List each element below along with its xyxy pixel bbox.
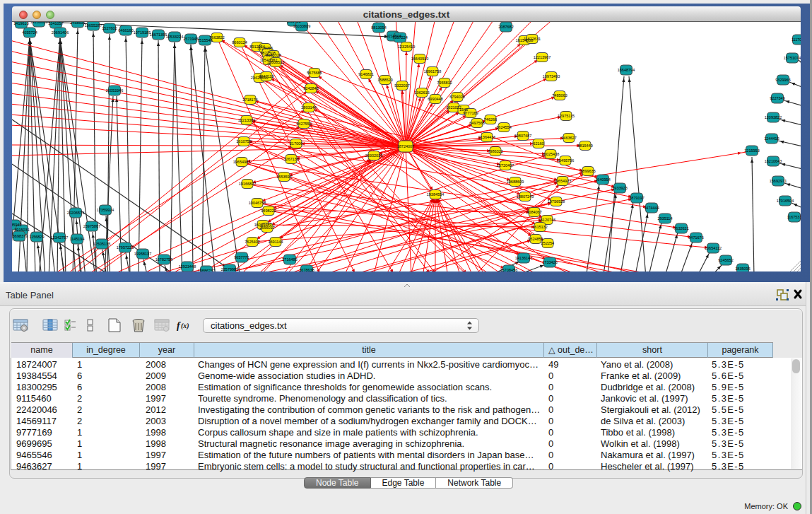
svg-text:10655287: 10655287: [85, 23, 102, 28]
svg-text:7663822: 7663822: [209, 35, 224, 40]
svg-text:23579989: 23579989: [221, 267, 238, 271]
svg-text:16648794: 16648794: [618, 68, 635, 72]
svg-text:10025438: 10025438: [542, 152, 559, 156]
svg-text:15751074: 15751074: [784, 56, 801, 60]
svg-text:19756928: 19756928: [548, 199, 565, 204]
svg-text:8660124: 8660124: [232, 40, 247, 45]
svg-text:9242848: 9242848: [303, 86, 318, 90]
svg-text:7485063: 7485063: [552, 93, 567, 98]
svg-text:5675685: 5675685: [307, 71, 322, 75]
svg-text:16782759: 16782759: [155, 257, 172, 262]
svg-text:17016504: 17016504: [777, 199, 794, 203]
svg-text:7625402: 7625402: [245, 240, 259, 244]
svg-text:19654923: 19654923: [554, 179, 571, 183]
svg-text:12213369: 12213369: [238, 118, 255, 122]
svg-text:7632621: 7632621: [673, 226, 688, 230]
svg-text:9227349: 9227349: [770, 96, 784, 100]
svg-text:8471676: 8471676: [688, 235, 703, 240]
svg-text:7986322: 7986322: [488, 149, 502, 153]
svg-text:62160: 62160: [533, 141, 543, 146]
svg-text:17957225: 17957225: [117, 245, 134, 250]
svg-text:1167533: 1167533: [787, 215, 801, 219]
svg-text:12325419: 12325419: [398, 45, 415, 49]
svg-text:8813054: 8813054: [371, 25, 386, 30]
svg-text:(x): (x): [181, 322, 189, 330]
svg-text:3624554: 3624554: [496, 125, 511, 129]
svg-text:6497568: 6497568: [469, 121, 484, 125]
svg-text:15708456: 15708456: [500, 268, 517, 271]
svg-text:6899635: 6899635: [580, 169, 595, 173]
svg-text:2556017: 2556017: [259, 226, 274, 230]
svg-text:9084067: 9084067: [526, 210, 541, 214]
svg-text:20691406: 20691406: [52, 30, 69, 35]
svg-text:18807249: 18807249: [517, 194, 534, 199]
svg-text:252254: 252254: [541, 241, 554, 245]
svg-text:9498222: 9498222: [261, 209, 276, 213]
svg-text:3215953: 3215953: [744, 148, 759, 153]
svg-text:10807487: 10807487: [514, 134, 531, 138]
svg-text:10688609: 10688609: [507, 180, 524, 184]
svg-text:13698379: 13698379: [12, 234, 28, 238]
svg-text:1615132: 1615132: [532, 225, 547, 229]
svg-text:15692971: 15692971: [770, 179, 787, 183]
svg-text:16033809: 16033809: [293, 24, 310, 28]
svg-text:19384554: 19384554: [427, 192, 444, 197]
svg-text:9427552: 9427552: [296, 122, 311, 126]
svg-text:2458591: 2458591: [70, 22, 85, 25]
svg-text:16640910: 16640910: [411, 57, 428, 61]
svg-text:3341057: 3341057: [48, 22, 63, 25]
svg-text:12923448: 12923448: [179, 264, 196, 269]
svg-text:1588520: 1588520: [377, 78, 392, 82]
svg-text:12975115: 12975115: [558, 114, 575, 118]
svg-text:16671355: 16671355: [150, 33, 167, 37]
svg-text:2935114: 2935114: [657, 216, 672, 221]
svg-text:12342757: 12342757: [51, 235, 68, 240]
svg-text:1733426: 1733426: [542, 260, 557, 264]
svg-text:5716485: 5716485: [282, 257, 297, 262]
svg-text:20206573: 20206573: [67, 211, 84, 215]
svg-text:1640954: 1640954: [595, 177, 610, 182]
svg-text:746266: 746266: [484, 117, 497, 122]
svg-text:1117011: 1117011: [792, 37, 801, 42]
svg-text:3915031: 3915031: [14, 228, 29, 232]
svg-text:7357224: 7357224: [392, 35, 407, 40]
svg-text:5322037: 5322037: [394, 83, 409, 88]
svg-text:6466160: 6466160: [118, 28, 133, 33]
svg-text:2718176: 2718176: [242, 98, 257, 102]
svg-text:12505135: 12505135: [93, 242, 110, 246]
svg-text:9245652: 9245652: [718, 258, 733, 262]
svg-text:9657771: 9657771: [234, 255, 249, 259]
svg-text:2803144: 2803144: [301, 105, 316, 110]
svg-text:9815449: 9815449: [577, 144, 592, 148]
svg-text:10533224: 10533224: [166, 35, 183, 39]
svg-text:6647119: 6647119: [259, 74, 273, 78]
svg-text:17359924: 17359924: [97, 208, 114, 212]
svg-text:1145194: 1145194: [69, 237, 84, 241]
svg-text:15495756: 15495756: [557, 158, 574, 163]
svg-text:10973493: 10973493: [543, 74, 560, 78]
svg-text:12093822: 12093822: [765, 115, 782, 119]
svg-text:4055724: 4055724: [22, 30, 37, 35]
svg-text:1835095: 1835095: [735, 267, 750, 271]
svg-text:14136141: 14136141: [515, 256, 532, 260]
svg-text:19166827: 19166827: [239, 182, 256, 186]
svg-text:2087682: 2087682: [498, 25, 513, 29]
svg-text:217006: 217006: [290, 141, 302, 146]
svg-text:23302035: 23302035: [365, 153, 382, 158]
svg-text:7955812: 7955812: [437, 81, 452, 85]
svg-text:3267130: 3267130: [283, 157, 298, 161]
svg-text:8186328: 8186328: [266, 53, 281, 57]
svg-text:9329966: 9329966: [775, 78, 790, 82]
svg-text:1244415: 1244415: [764, 136, 779, 141]
svg-text:3678638: 3678638: [299, 268, 314, 271]
svg-text:6990448: 6990448: [428, 97, 442, 101]
svg-text:16961758: 16961758: [424, 69, 441, 74]
svg-text:19654983: 19654983: [233, 160, 250, 164]
svg-text:18724007: 18724007: [397, 144, 414, 148]
svg-text:9474444: 9474444: [644, 206, 659, 210]
svg-text:12213967: 12213967: [534, 55, 551, 59]
svg-text:16120746: 16120746: [539, 218, 555, 222]
svg-text:11622631: 11622631: [524, 37, 541, 41]
svg-text:6879197: 6879197: [629, 196, 644, 200]
svg-text:4903402: 4903402: [286, 22, 300, 23]
